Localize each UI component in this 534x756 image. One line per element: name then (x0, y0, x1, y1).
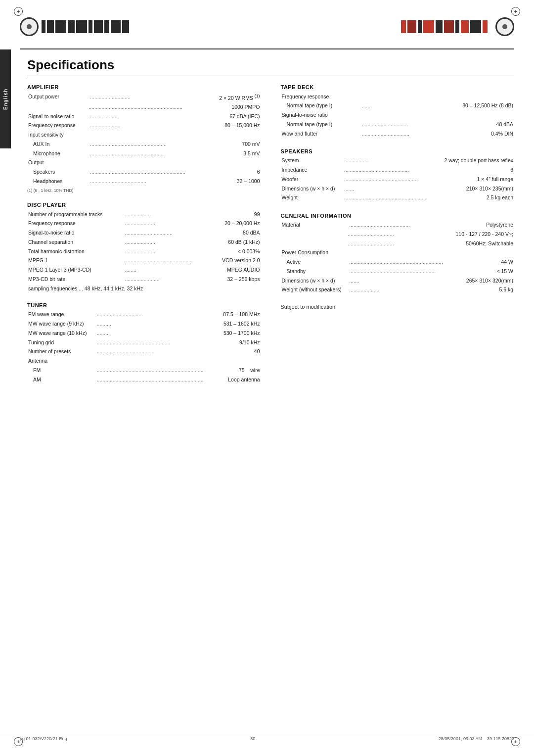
spec-row: Normal tape (type I) ....... 80 – 12,500… (281, 101, 515, 111)
spec-row: ................................ 110 - 1… (281, 230, 515, 239)
spec-row: Dimensions (w × h × d) ....... 265× 310×… (281, 276, 515, 285)
spec-row: FM .....................................… (27, 366, 261, 375)
tape-spool-left (20, 17, 39, 36)
col-left: AMPLIFIER Output power .................… (27, 84, 261, 386)
spec-row: ................................ 50/60Hz… (281, 239, 515, 248)
spec-row: Microphone .............................… (27, 149, 261, 158)
page-footer: pg 01-032/V220/21-Eng 30 28/05/2001, 09:… (0, 733, 534, 741)
footer-right: 28/05/2001, 09:03 AM 39 115 20823 (439, 736, 514, 741)
spec-row: MW wave range (10 kHz) ......... 530 – 1… (27, 329, 261, 338)
tuner-table: FM wave range ..........................… (27, 310, 261, 384)
spec-row: Signal-to-noise ratio (281, 111, 515, 120)
spec-row: Wow and flutter ........................… (281, 129, 515, 139)
disc-player-title: DISC PLAYER (27, 202, 261, 208)
spec-row: Woofer .................................… (281, 175, 515, 184)
spec-row: Standby ................................… (281, 267, 515, 276)
spec-row: Number of presets ......................… (27, 347, 261, 357)
spec-row: sampling frequencies ... 48 kHz, 44.1 kH… (27, 284, 261, 293)
spec-row: MP3-CD bit rate ........................… (27, 275, 261, 284)
tape-right-section (401, 17, 514, 36)
tape-deck-table: Frequency response Normal tape (type I) … (281, 92, 515, 139)
spec-row: Active .................................… (281, 258, 515, 267)
tape-deck-title: TAPE DECK (281, 84, 515, 90)
spec-row: Normal tape (type I) ...................… (281, 120, 515, 129)
general-title: GENERAL INFORMATION (281, 213, 515, 219)
spec-row: MW wave range (9 kHz) .......... 531 – 1… (27, 320, 261, 329)
page-wrapper: English Specifications AMPLIFIER Output … (0, 49, 534, 386)
speakers-title: SPEAKERS (281, 148, 515, 154)
amplifier-title: AMPLIFIER (27, 84, 261, 90)
spec-row: ........................................… (27, 102, 261, 112)
spec-row: Speakers ...............................… (27, 168, 261, 177)
spec-row: Output power ...........................… (27, 92, 261, 102)
spec-row: Channel separation .....................… (27, 237, 261, 247)
spec-row: Frequency response (281, 92, 515, 101)
spec-row: Weight .................................… (281, 193, 515, 203)
tape-spool-right (495, 17, 514, 36)
spec-row: MPEG 1 .................................… (27, 256, 261, 266)
header-bar (0, 0, 534, 45)
subject-to-modification: Subject to modification (281, 304, 515, 310)
corner-screw-tr (511, 7, 520, 16)
general-table: Material ...............................… (281, 221, 515, 295)
col-right: TAPE DECK Frequency response Normal tape… (281, 84, 515, 386)
tape-blocks-left (42, 20, 129, 33)
spec-row: Signal-to-noise ratio ..................… (27, 112, 261, 121)
columns: AMPLIFIER Output power .................… (27, 84, 514, 386)
spec-row: Headphones .............................… (27, 177, 261, 186)
tape-left-section (20, 17, 129, 36)
amplifier-footnote: (1) (6 , 1 kHz, 10% THD) (27, 188, 261, 193)
spec-row: Input sensitivity (27, 131, 261, 140)
spec-row: AUX In .................................… (27, 140, 261, 149)
spec-row: Number of programmable tracks ..........… (27, 210, 261, 219)
tape-blocks-right (401, 20, 488, 33)
spec-row: Dimensions (w × h × d) ....... 210× 310×… (281, 184, 515, 193)
content-area: Specifications AMPLIFIER Output power ..… (27, 49, 514, 386)
spec-row: Frequency response .....................… (27, 219, 261, 229)
language-tab: English (0, 49, 11, 148)
spec-row: Impedance ..............................… (281, 166, 515, 175)
spec-row: AM .....................................… (27, 375, 261, 384)
amplifier-table: Output power ...........................… (27, 92, 261, 186)
footer-center: 30 (250, 736, 255, 741)
speakers-table: System ................. 2 way; double p… (281, 156, 515, 203)
disc-player-table: Number of programmable tracks ..........… (27, 210, 261, 293)
footer-left: pg 01-032/V220/21-Eng (20, 736, 67, 741)
spec-row: Tuning grid ............................… (27, 338, 261, 347)
spec-row: FM wave range ..........................… (27, 310, 261, 320)
corner-screw-tl (14, 7, 23, 16)
spec-row: System ................. 2 way; double p… (281, 156, 515, 166)
spec-row: MPEG 1 Layer 3 (MP3-CD) ........ MPEG AU… (27, 266, 261, 275)
tuner-title: TUNER (27, 302, 261, 308)
spec-row: Antenna (27, 357, 261, 366)
spec-row: Power Consumption (281, 248, 515, 258)
spec-row: Material ...............................… (281, 221, 515, 230)
spec-row: Frequency response .....................… (27, 121, 261, 131)
spec-row: Weight (without speakers) ..............… (281, 285, 515, 295)
spec-row: Signal-to-noise ratio ..................… (27, 229, 261, 238)
spec-row: Output (27, 158, 261, 168)
page-title: Specifications (27, 57, 514, 76)
spec-row: Total harmonic distortion ..............… (27, 247, 261, 256)
